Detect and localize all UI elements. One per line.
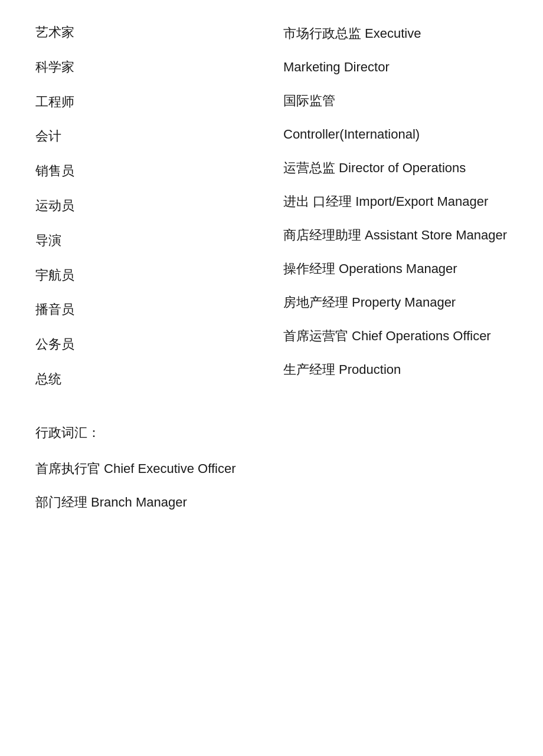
admin-item-right-marketing_director: Marketing Director xyxy=(283,57,508,77)
admin-item-branch_manager: 部门经理 Branch Manager xyxy=(35,492,260,512)
admin-item-right-director_ops: 运营总监 Director of Operations xyxy=(283,158,508,178)
admin-item-right-controller: Controller(International) xyxy=(283,124,508,144)
vocab-item-yishujia: 艺术家 xyxy=(35,24,260,42)
vocab-item-zongtong: 总统 xyxy=(35,370,260,389)
vocab-item-kuaiji: 会计 xyxy=(35,127,260,146)
admin-item-right-coo: 首席运营官 Chief Operations Officer xyxy=(283,326,508,346)
left-vocab-list: 艺术家科学家工程师会计销售员运动员导演宇航员播音员公务员总统 xyxy=(35,24,260,389)
admin-item-ceo: 首席执行官 Chief Executive Officer xyxy=(35,459,260,478)
vocab-item-gongwuyuan: 公务员 xyxy=(35,336,260,354)
admin-item-right-executive: 市场行政总监 Executive xyxy=(283,24,508,43)
admin-item-right-asst_store_mgr: 商店经理助理 Assistant Store Manager xyxy=(283,225,508,245)
vocab-item-yuhang: 宇航员 xyxy=(35,267,260,285)
admin-item-right-intl_supervisor: 国际监管 xyxy=(283,91,508,110)
vocab-item-kexuejia: 科学家 xyxy=(35,58,260,77)
admin-item-right-import_export: 进出 口经理 Import/Export Manager xyxy=(283,192,508,211)
left-admin-list: 首席执行官 Chief Executive Officer部门经理 Branch… xyxy=(35,459,260,512)
left-column: 艺术家科学家工程师会计销售员运动员导演宇航员播音员公务员总统 行政词汇： 首席执… xyxy=(35,24,272,526)
admin-item-right-property_mgr: 房地产经理 Property Manager xyxy=(283,292,508,312)
right-column: 市场行政总监 ExecutiveMarketing Director国际监管Co… xyxy=(272,24,508,526)
right-admin-list: 市场行政总监 ExecutiveMarketing Director国际监管Co… xyxy=(283,24,508,379)
admin-item-right-ops_mgr: 操作经理 Operations Manager xyxy=(283,259,508,278)
vocab-item-daoyuan: 导演 xyxy=(35,232,260,250)
section-heading: 行政词汇： xyxy=(35,424,260,442)
admin-item-right-production: 生产经理 Production xyxy=(283,360,508,379)
vocab-item-xiaoshoyuan: 销售员 xyxy=(35,162,260,180)
vocab-item-yundongyuan: 运动员 xyxy=(35,197,260,215)
vocab-item-gongchengshi: 工程师 xyxy=(35,93,260,111)
vocab-item-boyinyuan: 播音员 xyxy=(35,301,260,319)
